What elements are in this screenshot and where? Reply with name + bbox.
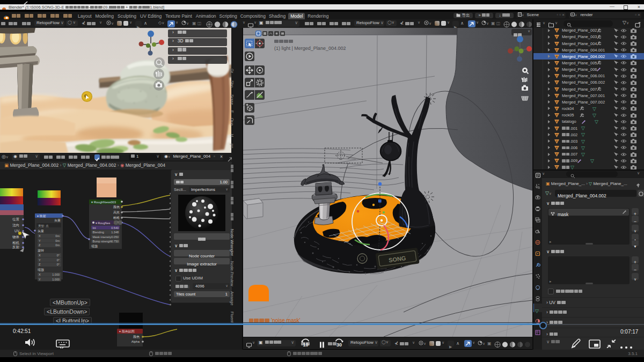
svg-text:位置: 位置 bbox=[12, 217, 20, 221]
svg-text:1.000: 1.000 bbox=[52, 273, 60, 276]
svg-text:矢量: 矢量 bbox=[54, 219, 61, 222]
svg-text:Blending: Blending bbox=[93, 231, 104, 234]
svg-text:Y: Y bbox=[39, 278, 41, 281]
svg-text:反射: 反射 bbox=[12, 245, 20, 249]
svg-text:Y: Y bbox=[39, 258, 41, 262]
svg-text:10: 10 bbox=[303, 342, 308, 348]
svg-text:▾ 映射: ▾ 映射 bbox=[37, 215, 46, 218]
svg-text:0.050: 0.050 bbox=[111, 235, 119, 239]
svg-text:0°: 0° bbox=[57, 258, 60, 262]
svg-text:Y: Y bbox=[39, 239, 41, 242]
svg-text:旋转: 旋转 bbox=[38, 249, 44, 253]
svg-text:0m: 0m bbox=[55, 234, 60, 238]
svg-text:缩放: 缩放 bbox=[38, 268, 44, 272]
svg-text:0°: 0° bbox=[57, 263, 60, 266]
svg-text:X: X bbox=[39, 273, 41, 276]
svg-text:高光: 高光 bbox=[113, 210, 120, 215]
svg-text:0°: 0° bbox=[57, 254, 60, 257]
svg-text:0.750: 0.750 bbox=[111, 240, 119, 243]
svg-text:0m: 0m bbox=[55, 243, 60, 247]
svg-text:1.000: 1.000 bbox=[52, 278, 60, 281]
svg-text:颜色: 颜色 bbox=[113, 205, 120, 209]
svg-text:0m: 0m bbox=[55, 239, 60, 242]
svg-text:Bump strength: Bump strength bbox=[93, 240, 112, 243]
svg-text:0.540: 0.540 bbox=[111, 226, 119, 230]
svg-text:30: 30 bbox=[336, 342, 342, 348]
svg-text:粗糙: 粗糙 bbox=[113, 216, 120, 219]
svg-text:类型: 点: 类型: 点 bbox=[38, 224, 49, 227]
svg-text:Int: Int bbox=[93, 226, 97, 230]
svg-text:颜色: 颜色 bbox=[133, 335, 140, 338]
svg-text:▾ RoughNess003: ▾ RoughNess003 bbox=[91, 201, 116, 204]
svg-text:Mask intensity: Mask intensity bbox=[93, 235, 112, 239]
svg-text:物体: 物体 bbox=[12, 235, 20, 239]
svg-text:矢量: 矢量 bbox=[38, 230, 44, 233]
svg-text:法向: 法向 bbox=[12, 223, 19, 227]
svg-text:▾ RougNes: ▾ RougNes bbox=[96, 221, 110, 225]
svg-text:▾ 颜色贴图: ▾ 颜色贴图 bbox=[119, 329, 135, 334]
svg-text:X: X bbox=[39, 254, 41, 257]
svg-text:X: X bbox=[39, 234, 41, 238]
svg-text:Alpha: Alpha bbox=[131, 340, 140, 343]
svg-text:缩放: 缩放 bbox=[91, 244, 98, 248]
svg-text:相机: 相机 bbox=[12, 241, 20, 245]
svg-text:1.348: 1.348 bbox=[111, 231, 119, 234]
